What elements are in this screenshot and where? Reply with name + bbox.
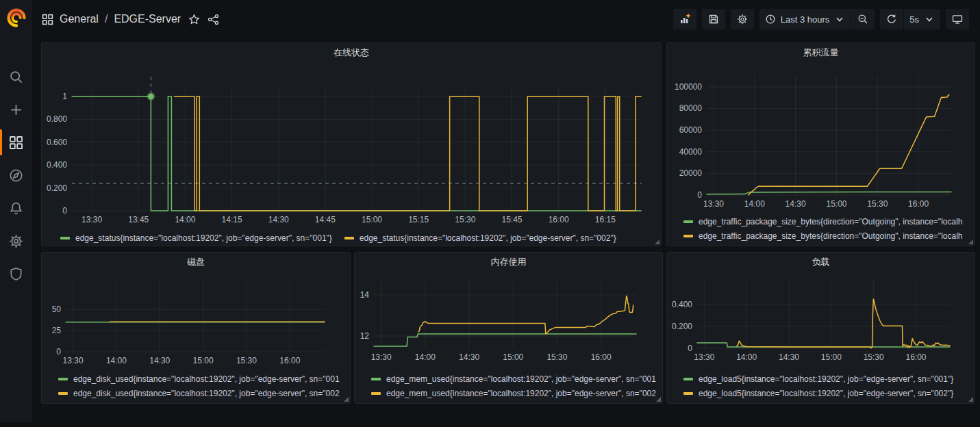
chart-online-status[interactable]: 13:3013:4514:0014:1514:3014:4515:0015:15… [42,62,661,231]
svg-text:15:30: 15:30 [455,215,475,224]
svg-text:14:45: 14:45 [315,215,336,224]
svg-text:25: 25 [52,326,62,335]
breadcrumb-separator: / [105,13,108,25]
svg-text:100000: 100000 [675,82,702,92]
svg-text:0: 0 [688,344,692,353]
panel-title[interactable]: 负载 [667,253,975,272]
kiosk-mode-button[interactable] [946,9,969,29]
legend-swatch-icon [683,220,693,223]
svg-text:14:00: 14:00 [106,356,127,365]
refresh-button[interactable] [880,9,903,29]
svg-text:14:30: 14:30 [459,352,479,362]
add-panel-button[interactable] [673,9,696,29]
legend-item[interactable]: edge_status{instance="localhost:19202", … [344,233,616,243]
svg-text:12: 12 [360,331,370,341]
gear-icon [737,14,748,25]
svg-text:14:00: 14:00 [736,352,757,362]
panel-title[interactable]: 在线状态 [42,43,661,62]
svg-text:16:00: 16:00 [906,352,927,362]
svg-text:16:00: 16:00 [279,356,300,365]
svg-text:80000: 80000 [679,103,703,113]
chevron-down-icon [924,14,935,25]
legend-item[interactable]: edge_load5{instance="localhost:19202", j… [683,372,975,386]
sidebar-item-server-admin[interactable] [0,257,32,290]
chart-cumulative-traffic[interactable]: 13:3014:0014:3015:0015:3016:000200004000… [667,62,975,214]
compass-icon [9,168,23,183]
legend-swatch-icon [58,392,68,395]
chart-memory-usage[interactable]: 13:3014:0014:3015:0015:3016:001214 [355,272,662,372]
svg-text:0.400: 0.400 [47,160,67,170]
legend-item[interactable]: edge_mem_used{instance="localhost:19202"… [371,386,662,400]
favorite-star-button[interactable] [188,14,200,25]
legend-item[interactable]: edge_disk_used{instance="localhost:19202… [58,372,350,386]
legend-item[interactable]: edge_load5{instance="localhost:19202", j… [683,386,975,400]
sidebar-item-dashboards[interactable] [0,126,32,159]
svg-text:14: 14 [360,290,370,300]
svg-text:0: 0 [697,190,702,200]
share-dashboard-button[interactable] [208,14,219,25]
legend: edge_disk_used{instance="localhost:19202… [42,372,350,400]
svg-text:40000: 40000 [679,147,703,157]
svg-text:1: 1 [62,92,67,101]
sidebar [0,0,32,422]
legend-swatch-icon [344,237,354,240]
svg-text:0.400: 0.400 [672,300,692,309]
panel-resize-handle[interactable] [968,240,973,244]
time-range-picker[interactable]: Last 3 hours [759,9,851,29]
svg-text:0: 0 [56,347,61,357]
panel-title[interactable]: 内存使用 [355,253,662,272]
panel-title[interactable]: 累积流量 [667,43,975,62]
panel-resize-handle[interactable] [968,397,973,402]
sidebar-item-search[interactable] [0,60,32,93]
panel-resize-handle[interactable] [655,240,659,244]
bell-icon [9,201,23,216]
svg-text:13:30: 13:30 [694,352,714,362]
legend-item[interactable]: edge_disk_used{instance="localhost:19202… [58,386,350,400]
legend-item[interactable]: edge_status{instance="localhost:19202", … [60,233,332,243]
legend-item[interactable]: edge_mem_used{instance="localhost:19202"… [371,372,662,386]
zoom-out-button[interactable] [851,9,875,29]
svg-text:15:45: 15:45 [502,215,523,224]
svg-text:0.800: 0.800 [47,114,67,124]
apps-grid-icon [42,14,53,25]
svg-text:14:00: 14:00 [744,199,765,209]
legend-item[interactable]: edge_traffic_package_size_bytes{directio… [683,229,975,243]
chart-disk[interactable]: 13:3014:0014:3015:0015:3016:0002550 [42,272,350,372]
breadcrumb-dashboard-title[interactable]: EDGE-Server [114,13,181,25]
panel-resize-handle[interactable] [344,397,349,402]
svg-text:13:30: 13:30 [63,356,84,365]
breadcrumb-folder[interactable]: General [60,13,99,25]
svg-text:0: 0 [62,206,67,216]
dashboard-settings-button[interactable] [731,9,754,29]
sidebar-item-explore[interactable] [0,159,32,192]
refresh-interval-picker[interactable]: 5s [904,9,940,29]
legend-swatch-icon [683,378,693,380]
dashboard-toolbar: Last 3 hours [673,9,969,29]
legend-label: edge_disk_used{instance="localhost:19202… [73,389,340,398]
panel-title[interactable]: 磁盘 [42,253,350,272]
dashboards-grid-icon [9,135,23,150]
legend-swatch-icon [683,235,693,237]
svg-text:20000: 20000 [679,168,703,178]
sidebar-item-alerting[interactable] [0,192,32,224]
svg-text:16:00: 16:00 [591,352,612,362]
panel-memory-usage: 内存使用 13:3014:0014:3015:0015:3016:001214 … [354,252,663,404]
svg-text:15:30: 15:30 [867,199,888,209]
refresh-group: 5s [880,9,940,29]
svg-text:14:15: 14:15 [222,215,242,224]
svg-text:14:00: 14:00 [415,352,436,362]
panel-disk: 磁盘 13:3014:0014:3015:0015:3016:0002550 e… [41,252,351,404]
legend-item[interactable]: edge_traffic_package_size_bytes{directio… [683,214,975,229]
grafana-logo[interactable] [0,0,32,36]
svg-text:13:30: 13:30 [703,199,724,209]
sidebar-item-configuration[interactable] [0,224,32,257]
legend-swatch-icon [371,392,381,395]
sidebar-item-create[interactable] [0,93,32,126]
panel-resize-handle[interactable] [656,397,661,402]
share-icon [208,14,219,25]
svg-text:15:00: 15:00 [503,352,523,362]
add-panel-icon [679,14,690,25]
time-range-group: Last 3 hours [759,9,875,29]
chart-load[interactable]: 13:3014:0014:3015:0015:3016:0000.2000.40… [667,272,975,372]
save-dashboard-button[interactable] [702,9,725,29]
